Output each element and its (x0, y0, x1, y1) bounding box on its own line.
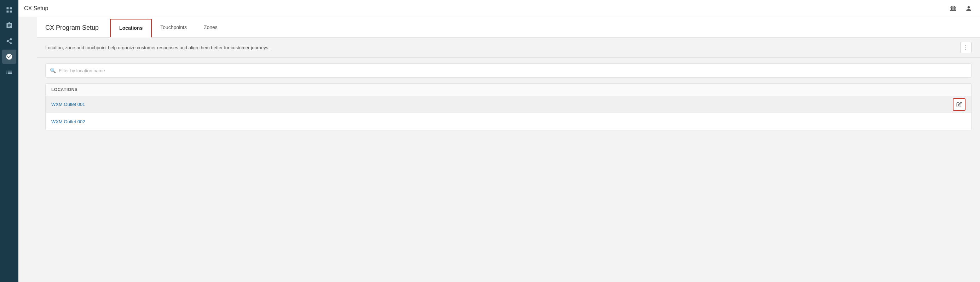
sidebar-item-settings[interactable] (2, 50, 16, 64)
subtitle-bar: Location, zone and touchpoint help organ… (37, 38, 980, 58)
edit-button[interactable] (953, 98, 966, 111)
table-row[interactable]: WXM Outlet 001 (46, 96, 971, 113)
more-options-button[interactable]: ⋮ (960, 42, 972, 53)
page-title: CX Program Setup (45, 17, 99, 37)
search-bar: 🔍 (45, 63, 972, 78)
topbar-title: CX Setup (24, 5, 48, 12)
tab-zones[interactable]: Zones (195, 19, 226, 37)
topbar: CX Setup (18, 0, 980, 17)
user-icon-btn[interactable] (963, 3, 974, 14)
locations-table: Locations WXM Outlet 001 WXM Outlet 002 (45, 83, 972, 130)
sidebar-item-grid[interactable] (2, 3, 16, 17)
table-row[interactable]: WXM Outlet 002 (46, 113, 971, 130)
location-name[interactable]: WXM Outlet 002 (51, 119, 966, 124)
sidebar-item-dashboard[interactable] (2, 65, 16, 79)
topbar-icons (947, 3, 974, 14)
location-name[interactable]: WXM Outlet 001 (51, 102, 953, 107)
content-area: 🔍 Locations WXM Outlet 001 (37, 58, 980, 139)
tab-locations[interactable]: Locations (110, 19, 152, 38)
sidebar (0, 0, 18, 282)
main-content: CX Program Setup Locations Touchpoints Z… (37, 17, 980, 282)
search-icon: 🔍 (50, 68, 56, 73)
table-header: Locations (46, 83, 971, 96)
sidebar-item-share[interactable] (2, 34, 16, 48)
sidebar-item-clipboard[interactable] (2, 18, 16, 33)
more-icon: ⋮ (963, 44, 969, 51)
subtitle-text: Location, zone and touchpoint help organ… (45, 45, 960, 50)
search-input[interactable] (59, 68, 967, 73)
institution-icon-btn[interactable] (947, 3, 959, 14)
tabs: Locations Touchpoints Zones (110, 19, 226, 37)
page-header: CX Program Setup Locations Touchpoints Z… (37, 17, 980, 38)
tab-touchpoints[interactable]: Touchpoints (152, 19, 195, 37)
